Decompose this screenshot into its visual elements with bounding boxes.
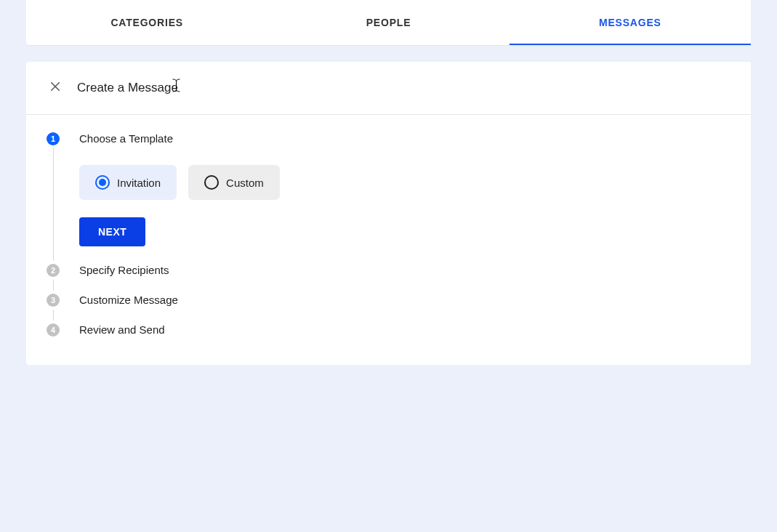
tabs-bar: CATEGORIES PEOPLE MESSAGES: [26, 0, 751, 45]
template-options: Invitation Custom: [79, 165, 730, 200]
next-button-label: NEXT: [98, 226, 126, 238]
step-body: Invitation Custom NEXT: [79, 165, 730, 246]
step-number: 4: [51, 326, 55, 334]
tab-label: MESSAGES: [599, 17, 661, 28]
template-option-invitation[interactable]: Invitation: [79, 165, 177, 200]
tab-people[interactable]: PEOPLE: [267, 0, 509, 45]
step-number: 3: [51, 297, 55, 305]
step-title: Specify Recipients: [79, 264, 730, 276]
step-number: 1: [51, 135, 55, 143]
step-connector: [53, 280, 54, 291]
next-button[interactable]: NEXT: [79, 217, 145, 246]
create-message-card: Create a Message 1 Choose a Template: [26, 62, 751, 365]
step-choose-template: 1 Choose a Template Invitation: [47, 132, 730, 264]
step-specify-recipients: 2 Specify Recipients: [47, 264, 730, 294]
step-index-badge: 4: [47, 323, 60, 336]
step-index-badge: 3: [47, 294, 60, 307]
step-index-badge: 2: [47, 264, 60, 277]
step-number: 2: [51, 267, 55, 275]
tab-label: PEOPLE: [366, 17, 411, 28]
radio-icon: [95, 175, 110, 190]
step-review-and-send: 4 Review and Send: [47, 323, 730, 336]
radio-dot-icon: [99, 179, 106, 186]
step-connector: [53, 148, 54, 261]
card-header: Create a Message: [26, 62, 751, 115]
step-title: Choose a Template: [79, 132, 730, 145]
tab-label: CATEGORIES: [110, 17, 183, 28]
option-label: Custom: [226, 177, 264, 189]
close-button[interactable]: [47, 79, 64, 97]
template-option-custom[interactable]: Custom: [188, 165, 280, 200]
step-customize-message: 3 Customize Message: [47, 294, 730, 323]
step-index-badge: 1: [47, 132, 60, 145]
step-connector: [53, 310, 54, 321]
radio-icon: [204, 175, 219, 190]
dialog-title: Create a Message: [77, 81, 178, 95]
tab-messages[interactable]: MESSAGES: [510, 0, 751, 45]
step-title: Customize Message: [79, 294, 730, 306]
tab-categories[interactable]: CATEGORIES: [26, 0, 267, 45]
step-title: Review and Send: [79, 323, 730, 336]
close-icon: [49, 80, 62, 96]
stepper: 1 Choose a Template Invitation: [26, 115, 751, 365]
option-label: Invitation: [117, 177, 161, 189]
